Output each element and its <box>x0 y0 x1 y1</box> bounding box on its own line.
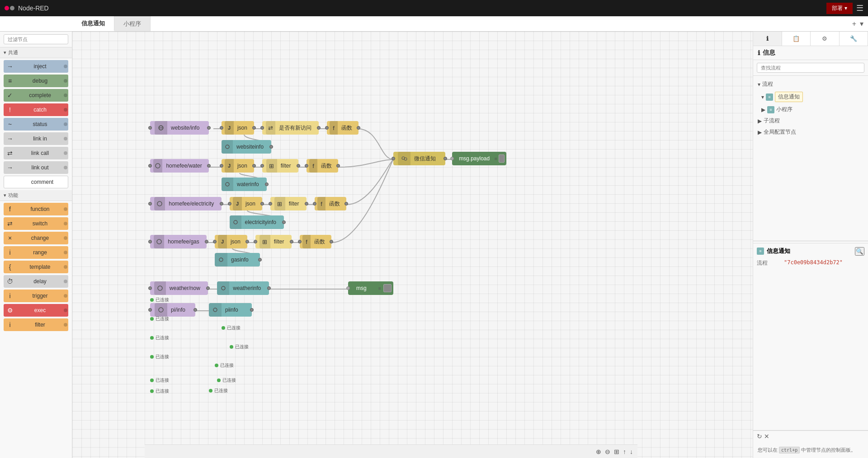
xiaochengxu-expand-icon: ▶ <box>761 107 765 113</box>
topbar-right: 部署 ▾ ☰ <box>826 3 863 14</box>
global-config-label: 全局配置节点 <box>764 128 796 136</box>
canvas-node-is-new-visit[interactable]: ⇄ 是否有新访问 <box>262 121 319 135</box>
canvas-node-filter3[interactable]: ⊞ filter <box>255 235 292 248</box>
subflow-expand-icon: ▶ <box>758 118 762 124</box>
palette-search-input[interactable] <box>4 34 68 44</box>
palette-node-link-call[interactable]: ⇄ link call <box>4 147 68 159</box>
palette-node-filter[interactable]: i filter <box>4 318 68 331</box>
flow-canvas[interactable]: website/info 已连接 J json ⇄ 是否有新访问 f 函数 <box>72 32 753 458</box>
help-suffix: 中管理节点的控制面板。 <box>801 447 856 453</box>
flow-tree-category-xiaochengxu[interactable]: ▶ ≡ 小程序 <box>753 104 868 115</box>
zoom-reset-button[interactable]: ↑ <box>623 448 626 455</box>
node-info-search-button[interactable]: 🔍 <box>855 247 864 256</box>
info-panel-tab-node[interactable]: 📋 <box>782 32 811 46</box>
flow-tree-category-flows[interactable]: ▾ 流程 <box>753 79 868 90</box>
canvas-node-filter1[interactable]: ⊞ filter <box>262 159 298 173</box>
comment-icon <box>4 176 17 188</box>
msg-payload-menu[interactable]: ≡ <box>493 152 498 165</box>
canvas-node-wechat-notify[interactable]: 微信通知 <box>393 152 445 165</box>
zoom-up-button[interactable]: ↓ <box>630 448 633 455</box>
refresh-button[interactable]: ↻ <box>757 433 762 440</box>
subflow-label: 子流程 <box>764 117 780 125</box>
palette-node-link-in[interactable]: → link in <box>4 132 68 145</box>
palette-node-inject[interactable]: → inject <box>4 60 68 73</box>
palette-node-debug[interactable]: ≡ debug <box>4 75 68 87</box>
node-palette: ▾ 共通 → inject ≡ debug ✓ complete ! catch… <box>0 32 72 458</box>
range-icon: i <box>4 246 16 259</box>
palette-node-switch[interactable]: ⇄ switch <box>4 217 68 230</box>
canvas-node-homefee-electricity[interactable]: homefee/electricity <box>150 197 222 210</box>
comment-label: comment <box>17 179 68 185</box>
canvas-node-homefee-water[interactable]: homefee/water <box>150 159 209 173</box>
flow-tree: ▾ 流程 ▾ ≡ 信息通知 ▶ ≡ 小程序 ▶ 子流程 ▶ 全局配置节点 <box>753 76 868 239</box>
canvas-node-waterinfo[interactable]: waterinfo <box>222 178 267 191</box>
palette-node-status[interactable]: ~ status <box>4 118 68 131</box>
flow-tree-category-subflow[interactable]: ▶ 子流程 <box>753 115 868 126</box>
palette-node-trigger[interactable]: i trigger <box>4 290 68 302</box>
palette-node-comment[interactable]: comment <box>4 176 68 188</box>
tab-小程序[interactable]: 小程序 <box>114 16 151 31</box>
palette-node-function[interactable]: f function <box>4 203 68 215</box>
canvas-node-weather-now[interactable]: weather/now <box>150 281 208 295</box>
canvas-node-filter2[interactable]: ⊞ filter <box>270 197 307 210</box>
canvas-node-json2[interactable]: J json <box>222 159 254 173</box>
palette-node-complete[interactable]: ✓ complete <box>4 89 68 102</box>
zoom-in-button[interactable]: ⊕ <box>596 448 601 455</box>
canvas-node-weatherinfo[interactable]: weatherinfo <box>217 281 269 295</box>
tab-menu-button[interactable]: ▾ <box>860 19 863 28</box>
canvas-node-json4[interactable]: J json <box>215 235 247 248</box>
fit-button[interactable]: ⊞ <box>614 448 619 455</box>
canvas-node-func4[interactable]: f 函数 <box>300 235 331 248</box>
canvas-node-homefee-gas[interactable]: homefee/gas <box>150 235 207 248</box>
tabbar: 信息通知 小程序 + ▾ <box>0 16 868 32</box>
category-common[interactable]: ▾ 共通 <box>0 47 72 58</box>
add-tab-button[interactable]: + <box>852 20 856 28</box>
canvas-node-func2[interactable]: f 函数 <box>307 159 338 173</box>
xinxi-expand-icon: ▾ <box>761 94 764 100</box>
deploy-dropdown-icon: ▾ <box>844 5 847 11</box>
svg-point-7 <box>234 220 237 224</box>
deploy-button[interactable]: 部署 ▾ <box>826 3 853 14</box>
flow-tree-category-global-config[interactable]: ▶ 全局配置节点 <box>753 126 868 138</box>
category-function[interactable]: ▾ 功能 <box>0 190 72 201</box>
tab-label-1: 信息通知 <box>81 19 105 28</box>
exec-label: exec <box>16 307 64 313</box>
canvas-node-piinfo[interactable]: piinfo <box>209 303 252 317</box>
palette-node-catch[interactable]: ! catch <box>4 103 68 116</box>
tab-信息通知[interactable]: 信息通知 <box>72 16 114 31</box>
canvas-node-func3[interactable]: f 函数 <box>315 197 346 210</box>
info-panel-tab-settings[interactable]: 🔧 <box>840 32 868 46</box>
msg-menu[interactable]: ≡ <box>376 281 383 295</box>
canvas-node-json1[interactable]: J json <box>222 121 254 135</box>
canvas-node-func1[interactable]: f 函数 <box>327 121 359 135</box>
xiaochengxu-flow-label: 小程序 <box>776 106 793 113</box>
node-info-header: ≡ 信息通知 🔍 <box>757 247 864 256</box>
canvas-node-msg-payload[interactable]: msg.payload ≡ <box>452 152 506 165</box>
palette-node-exec[interactable]: ⚙ exec <box>4 304 68 317</box>
canvas-node-electricityinfo[interactable]: electricityinfo <box>230 215 284 229</box>
palette-node-range[interactable]: i range <box>4 246 68 259</box>
canvas-node-json3[interactable]: J json <box>230 197 262 210</box>
palette-node-change[interactable]: × change <box>4 232 68 244</box>
canvas-node-pi-info[interactable]: pi/info <box>150 303 195 317</box>
canvas-node-gasinfo[interactable]: gasinfo <box>215 253 260 266</box>
canvas-node-msg[interactable]: msg ≡ <box>348 281 393 295</box>
delay-icon: ⏱ <box>4 275 16 288</box>
website-info-label: website/info <box>167 125 204 131</box>
canvas-node-website-info[interactable]: website/info <box>150 121 209 135</box>
filter-label: filter <box>16 322 64 328</box>
svg-point-8 <box>157 239 161 244</box>
palette-node-link-out[interactable]: → link out <box>4 161 68 174</box>
info-panel-tab-info[interactable]: ℹ <box>753 32 782 46</box>
main-menu-button[interactable]: ☰ <box>856 3 863 13</box>
close-help-button[interactable]: ✕ <box>764 433 769 440</box>
template-icon: { <box>4 261 16 273</box>
palette-node-template[interactable]: { template <box>4 261 68 273</box>
canvas-node-websiteinfo[interactable]: websiteinfo <box>222 140 271 154</box>
info-panel-tab-config[interactable]: ⚙ <box>811 32 840 46</box>
info-panel-tabs: ℹ 📋 ⚙ 🔧 <box>753 32 868 46</box>
flow-tree-category-xinxi[interactable]: ▾ ≡ 信息通知 <box>753 90 868 104</box>
palette-node-delay[interactable]: ⏱ delay <box>4 275 68 288</box>
flow-search-input[interactable] <box>757 63 864 73</box>
zoom-out-button[interactable]: ⊖ <box>605 448 610 455</box>
